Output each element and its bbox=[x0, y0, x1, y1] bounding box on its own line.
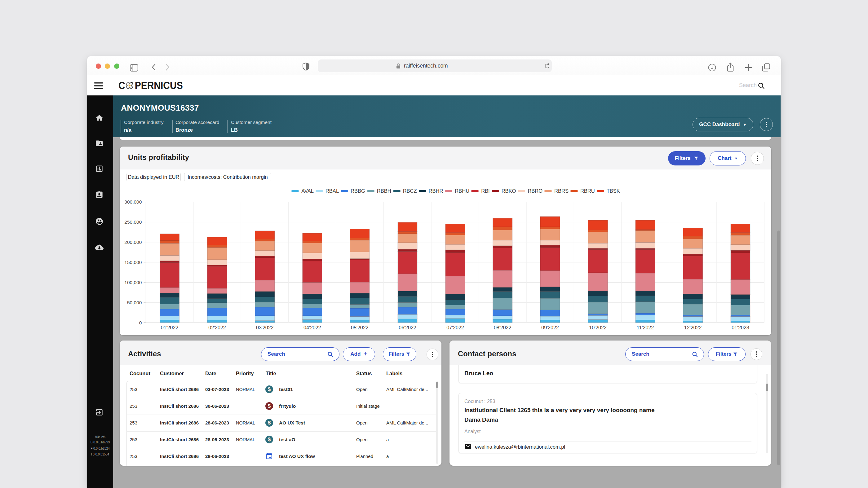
svg-text:03'2022: 03'2022 bbox=[256, 325, 274, 330]
svg-text:08'2022: 08'2022 bbox=[494, 325, 512, 330]
svg-text:50,000: 50,000 bbox=[127, 300, 142, 305]
svg-text:01'2023: 01'2023 bbox=[732, 325, 749, 330]
svg-text:01'2022: 01'2022 bbox=[161, 325, 179, 330]
svg-text:05'2022: 05'2022 bbox=[351, 325, 369, 330]
svg-text:0: 0 bbox=[139, 320, 142, 325]
svg-text:02'2022: 02'2022 bbox=[208, 325, 226, 330]
svg-text:09'2022: 09'2022 bbox=[541, 325, 559, 330]
svg-text:100,000: 100,000 bbox=[124, 280, 142, 285]
svg-text:12'2022: 12'2022 bbox=[684, 325, 702, 330]
svg-text:300,000: 300,000 bbox=[124, 199, 142, 204]
svg-text:07'2022: 07'2022 bbox=[446, 325, 464, 330]
svg-text:06'2022: 06'2022 bbox=[399, 325, 416, 330]
svg-text:150,000: 150,000 bbox=[124, 260, 142, 265]
svg-text:10'2022: 10'2022 bbox=[589, 325, 607, 330]
svg-text:11'2022: 11'2022 bbox=[637, 325, 654, 330]
svg-text:04'2022: 04'2022 bbox=[304, 325, 321, 330]
svg-text:200,000: 200,000 bbox=[124, 239, 142, 245]
svg-text:250,000: 250,000 bbox=[124, 219, 142, 225]
